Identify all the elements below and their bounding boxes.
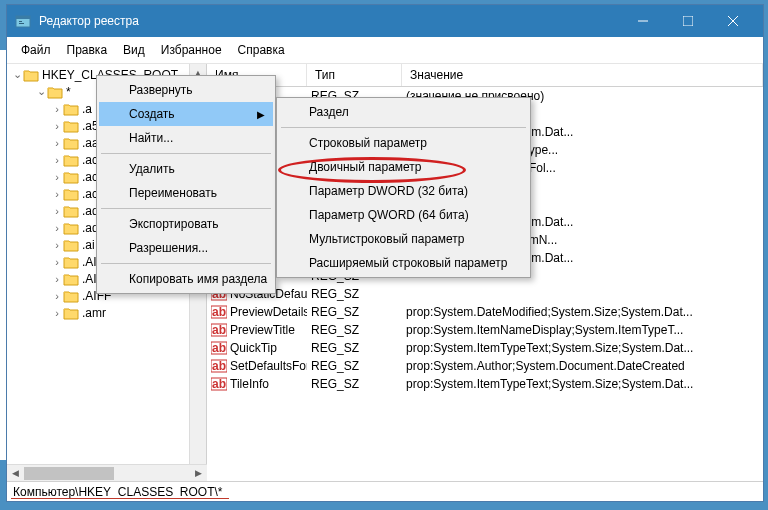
expand-icon[interactable]: › [51, 290, 63, 302]
expand-icon[interactable]: › [51, 188, 63, 200]
ctx-item[interactable]: Разрешения... [99, 236, 273, 260]
expand-icon[interactable]: › [51, 239, 63, 251]
cell-value: prop:System.ItemNameDisplay;System.ItemT… [402, 323, 763, 337]
tree-row[interactable]: ›.amr [7, 304, 206, 321]
svg-text:ab: ab [212, 359, 226, 373]
list-header: Имя Тип Значение [207, 64, 763, 87]
menu-separator [101, 263, 271, 264]
svg-text:ab: ab [212, 323, 226, 337]
scroll-left-icon[interactable]: ◀ [7, 465, 24, 481]
menu-item-label: Создать [129, 107, 175, 121]
cell-type: REG_SZ [307, 359, 402, 373]
expand-icon[interactable]: › [51, 154, 63, 166]
menu-edit[interactable]: Правка [59, 39, 116, 61]
scroll-right-icon[interactable]: ▶ [190, 465, 207, 481]
ctx-item[interactable]: Удалить [99, 157, 273, 181]
expand-icon[interactable]: › [51, 137, 63, 149]
menu-file[interactable]: Файл [13, 39, 59, 61]
context-submenu: РазделСтроковый параметрДвоичный парамет… [276, 97, 531, 278]
menu-item-label: Удалить [129, 162, 175, 176]
cell-name: abPreviewTitle [207, 323, 307, 337]
ctx-item[interactable]: Переименовать [99, 181, 273, 205]
menu-item-label: Разрешения... [129, 241, 208, 255]
subctx-item[interactable]: Строковый параметр [279, 131, 528, 155]
cell-name: abSetDefaultsFor [207, 359, 307, 373]
folder-icon [63, 238, 79, 252]
tree-label: * [66, 85, 71, 99]
menu-item-label: Экспортировать [129, 217, 219, 231]
tree-label: .amr [82, 306, 106, 320]
value-icon: ab [211, 341, 227, 355]
hscroll-thumb[interactable] [24, 467, 114, 480]
expand-icon[interactable]: › [51, 256, 63, 268]
menu-item-label: Развернуть [129, 83, 193, 97]
expand-icon[interactable]: › [51, 307, 63, 319]
expand-icon[interactable]: › [51, 171, 63, 183]
minimize-button[interactable] [620, 5, 665, 37]
app-icon [15, 13, 31, 29]
expand-icon[interactable]: › [51, 205, 63, 217]
submenu-arrow-icon: ▶ [257, 109, 265, 120]
subctx-item[interactable]: Параметр QWORD (64 бита) [279, 203, 528, 227]
folder-icon [63, 136, 79, 150]
subctx-item[interactable]: Параметр DWORD (32 бита) [279, 179, 528, 203]
tree-hscroll[interactable]: ◀ ▶ [7, 464, 207, 481]
cell-name: abQuickTip [207, 341, 307, 355]
subctx-item[interactable]: Мультистроковый параметр [279, 227, 528, 251]
folder-icon [63, 289, 79, 303]
folder-icon [63, 187, 79, 201]
list-row[interactable]: abTileInfoREG_SZprop:System.ItemTypeText… [207, 375, 763, 393]
expand-icon[interactable]: › [51, 273, 63, 285]
menu-item-label: Переименовать [129, 186, 217, 200]
menubar: Файл Правка Вид Избранное Справка [7, 37, 763, 64]
header-value[interactable]: Значение [402, 64, 763, 86]
annotation-underline [11, 498, 229, 499]
close-button[interactable] [710, 5, 755, 37]
menu-view[interactable]: Вид [115, 39, 153, 61]
ctx-item[interactable]: Экспортировать [99, 212, 273, 236]
menu-separator [281, 127, 526, 128]
cell-name: abPreviewDetails [207, 305, 307, 319]
list-row[interactable]: abQuickTipREG_SZprop:System.ItemTypeText… [207, 339, 763, 357]
svg-text:ab: ab [212, 377, 226, 391]
list-row[interactable]: abSetDefaultsForREG_SZprop:System.Author… [207, 357, 763, 375]
cell-value: prop:System.ItemTypeText;System.Size;Sys… [402, 377, 763, 391]
subctx-item[interactable]: Раздел [279, 100, 528, 124]
ctx-item[interactable]: Развернуть [99, 78, 273, 102]
menu-item-label: Параметр QWORD (64 бита) [309, 208, 469, 222]
header-type[interactable]: Тип [307, 64, 402, 86]
value-icon: ab [211, 359, 227, 373]
folder-icon [63, 119, 79, 133]
list-row[interactable]: abPreviewTitleREG_SZprop:System.ItemName… [207, 321, 763, 339]
titlebar[interactable]: Редактор реестра [7, 5, 763, 37]
cell-type: REG_SZ [307, 341, 402, 355]
menu-item-label: Строковый параметр [309, 136, 427, 150]
folder-icon [23, 68, 39, 82]
folder-icon [63, 272, 79, 286]
value-icon: ab [211, 323, 227, 337]
list-row[interactable]: abPreviewDetailsREG_SZprop:System.DateMo… [207, 303, 763, 321]
list-row[interactable]: abNoStaticDefault...REG_SZ [207, 285, 763, 303]
menu-favorites[interactable]: Избранное [153, 39, 230, 61]
folder-icon [63, 102, 79, 116]
cell-type: REG_SZ [307, 377, 402, 391]
menu-item-label: Параметр DWORD (32 бита) [309, 184, 468, 198]
folder-icon [63, 306, 79, 320]
collapse-icon[interactable]: ⌄ [11, 68, 23, 81]
subctx-item[interactable]: Двоичный параметр [279, 155, 528, 179]
expand-icon[interactable]: › [51, 103, 63, 115]
ctx-item[interactable]: Копировать имя раздела [99, 267, 273, 291]
menu-item-label: Копировать имя раздела [129, 272, 267, 286]
expand-icon[interactable]: › [51, 222, 63, 234]
subctx-item[interactable]: Расширяемый строковый параметр [279, 251, 528, 275]
expand-icon[interactable]: › [51, 120, 63, 132]
menu-help[interactable]: Справка [230, 39, 293, 61]
statusbar: Компьютер\HKEY_CLASSES_ROOT\* [7, 481, 763, 501]
expand-icon[interactable]: ⌄ [35, 85, 47, 98]
ctx-item[interactable]: Найти... [99, 126, 273, 150]
tree-label: .ai [82, 238, 95, 252]
value-icon: ab [211, 377, 227, 391]
ctx-item[interactable]: Создать▶ [99, 102, 273, 126]
maximize-button[interactable] [665, 5, 710, 37]
cell-type: REG_SZ [307, 305, 402, 319]
